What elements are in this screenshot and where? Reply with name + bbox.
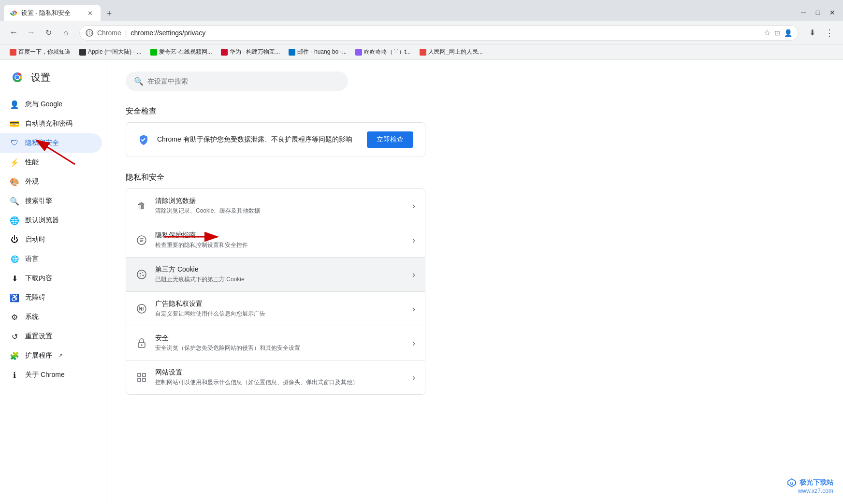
- menu-item-privacy-guide[interactable]: 隐私保护指南 检查重要的隐私控制设置和安全控件 ›: [126, 223, 425, 258]
- security-shield-icon: [138, 134, 149, 145]
- sidebar-item-autofill[interactable]: 💳 自动填充和密码: [0, 114, 102, 133]
- arrow-right-icon: ›: [412, 201, 415, 211]
- sidebar-item-language[interactable]: 🌐 语言: [0, 249, 102, 269]
- arrow-right-icon: ›: [412, 304, 415, 314]
- bookmark-chat[interactable]: 咚咚咚咚（`·´）t...: [351, 46, 415, 58]
- palette-icon: 🎨: [10, 177, 19, 187]
- download-button[interactable]: ⬇: [804, 25, 820, 41]
- security-check-title: 安全检查: [126, 106, 425, 116]
- home-button[interactable]: ⌂: [58, 25, 73, 41]
- sidebar-item-reset[interactable]: ↺ 重置设置: [0, 327, 102, 346]
- menu-item-clear-browsing[interactable]: 🗑 清除浏览数据 清除浏览记录、Cookie、缓存及其他数据 ›: [126, 189, 425, 223]
- new-tab-button[interactable]: +: [102, 7, 116, 20]
- address-protocol: Chrome: [97, 29, 121, 37]
- more-button[interactable]: ⋮: [822, 25, 837, 41]
- privacy-guide-icon: [136, 234, 147, 246]
- site-settings-icon: [136, 372, 147, 383]
- svg-rect-21: [143, 378, 145, 381]
- svg-point-14: [140, 275, 141, 276]
- sidebar-item-startup[interactable]: ⏻ 启动时: [0, 230, 102, 249]
- restore-button[interactable]: □: [811, 6, 825, 19]
- svg-point-13: [143, 275, 144, 276]
- arrow-right-icon: ›: [412, 338, 415, 348]
- menu-item-site-settings[interactable]: 网站设置 控制网站可以使用和显示什么信息（如位置信息、摄像头、弹出式窗口及其他）…: [126, 360, 425, 394]
- search-icon: 🔍: [10, 196, 19, 206]
- minimize-button[interactable]: ─: [797, 6, 810, 19]
- svg-point-11: [140, 273, 141, 274]
- svg-text:G: G: [790, 481, 793, 486]
- privacy-menu-list: 🗑 清除浏览数据 清除浏览记录、Cookie、缓存及其他数据 › 隐私保护指南: [126, 188, 425, 395]
- sidebar-item-appearance[interactable]: 🎨 外观: [0, 172, 102, 191]
- svg-point-17: [141, 345, 143, 346]
- sidebar-item-default-browser[interactable]: 🌐 默认浏览器: [0, 211, 102, 230]
- bookmark-baidu[interactable]: 百度一下，你就知道: [6, 46, 74, 58]
- svg-text:ⓘ: ⓘ: [87, 30, 92, 36]
- bookmarks-bar: 百度一下，你就知道 Apple (中国大陆) - ... 爱奇艺-在线视频网..…: [0, 44, 843, 60]
- bookmark-renmin[interactable]: 人民网_网上的人民...: [416, 46, 487, 58]
- security-check-button[interactable]: 立即检查: [367, 131, 413, 148]
- sidebar-item-google[interactable]: 👤 您与 Google: [0, 95, 102, 114]
- settings-search-input[interactable]: [147, 77, 340, 85]
- menu-item-desc: 安全浏览（保护您免受危险网站的侵害）和其他安全设置: [155, 344, 405, 352]
- menu-item-title: 清除浏览数据: [155, 197, 405, 205]
- menu-item-content: 隐私保护指南 检查重要的隐私控制设置和安全控件: [155, 231, 405, 249]
- menu-item-title: 隐私保护指南: [155, 231, 405, 240]
- sidebar-item-extensions[interactable]: 🧩 扩展程序 ↗: [0, 346, 102, 365]
- menu-item-title: 安全: [155, 334, 405, 343]
- menu-item-third-party-cookie[interactable]: 第三方 Cookie 已阻止无痕模式下的第三方 Cookie ›: [126, 258, 425, 292]
- sidebar-item-privacy[interactable]: 🛡 隐私和安全: [0, 133, 102, 153]
- profile-button[interactable]: 👤: [784, 29, 792, 37]
- reload-button[interactable]: ↻: [41, 25, 56, 41]
- menu-item-content: 网站设置 控制网站可以使用和显示什么信息（如位置信息、摄像头、弹出式窗口及其他）: [155, 368, 405, 387]
- settings-logo: 设置: [0, 66, 106, 95]
- main-content: 🔍 安全检查 Chrome 有助于保护您免受数据泄露、不良扩展程序等问题的影响 …: [106, 60, 445, 504]
- menu-item-ad-privacy[interactable]: 广告隐私权设置 自定义要让网站使用什么信息向您展示广告 ›: [126, 292, 425, 326]
- tab-favicon: [10, 9, 17, 17]
- lock-icon: [136, 337, 147, 349]
- menu-item-security[interactable]: 安全 安全浏览（保护您免受危险网站的侵害）和其他安全设置 ›: [126, 326, 425, 360]
- menu-item-content: 第三方 Cookie 已阻止无痕模式下的第三方 Cookie: [155, 265, 405, 284]
- settings-title: 设置: [31, 71, 50, 84]
- language-icon: 🌐: [10, 254, 19, 264]
- bookmark-iqiyi[interactable]: 爱奇艺-在线视频网...: [146, 46, 216, 58]
- security-check-card: Chrome 有助于保护您免受数据泄露、不良扩展程序等问题的影响 立即检查: [126, 122, 425, 157]
- watermark-url: www.xz7.com: [787, 488, 833, 494]
- menu-item-content: 广告隐私权设置 自定义要让网站使用什么信息向您展示广告: [155, 300, 405, 318]
- menu-item-title: 第三方 Cookie: [155, 265, 405, 274]
- address-bar[interactable]: ⓘ Chrome | chrome://settings/privacy ☆ ⊡…: [79, 25, 799, 41]
- puzzle-icon: 🧩: [10, 351, 19, 360]
- menu-item-desc: 检查重要的隐私控制设置和安全控件: [155, 241, 405, 249]
- system-icon: ⚙: [10, 312, 19, 322]
- sidebar-item-search[interactable]: 🔍 搜索引擎: [0, 191, 102, 211]
- chrome-logo-icon: [10, 70, 25, 85]
- bookmark-huawei[interactable]: 华为 - 构建万物互...: [217, 46, 284, 58]
- tab-close-icon[interactable]: ✕: [86, 9, 95, 18]
- extensions-button[interactable]: ⊡: [774, 29, 780, 37]
- svg-rect-18: [138, 374, 141, 376]
- sidebar-item-accessibility[interactable]: ♿ 无障碍: [0, 288, 102, 307]
- bookmark-apple[interactable]: Apple (中国大陆) - ...: [75, 46, 145, 58]
- privacy-section-title: 隐私和安全: [126, 173, 425, 183]
- security-check-section: 安全检查 Chrome 有助于保护您免受数据泄露、不良扩展程序等问题的影响 立即…: [126, 106, 425, 157]
- search-bar-icon: 🔍: [134, 77, 144, 86]
- close-button[interactable]: ✕: [826, 6, 839, 19]
- power-icon: ⏻: [10, 235, 19, 245]
- sidebar-item-performance[interactable]: ⚡ 性能: [0, 153, 102, 172]
- sidebar-item-download[interactable]: ⬇ 下载内容: [0, 269, 102, 288]
- watermark-logo: 极光下载站: [799, 478, 833, 487]
- globe-icon: 🌐: [10, 216, 19, 225]
- settings-search-bar[interactable]: 🔍: [126, 72, 348, 91]
- svg-point-10: [137, 270, 146, 279]
- svg-point-12: [142, 272, 143, 273]
- bookmark-star-button[interactable]: ☆: [764, 28, 770, 37]
- arrow-right-icon: ›: [412, 235, 415, 245]
- sidebar-item-system[interactable]: ⚙ 系统: [0, 307, 102, 327]
- back-button[interactable]: ←: [6, 25, 21, 41]
- bookmark-outlook[interactable]: 邮件 - huang bo -...: [285, 46, 350, 58]
- external-link-icon: ↗: [58, 352, 63, 359]
- reset-icon: ↺: [10, 331, 19, 341]
- menu-item-title: 网站设置: [155, 368, 405, 377]
- active-tab[interactable]: 设置 - 隐私和安全 ✕: [4, 5, 101, 21]
- sidebar-item-about[interactable]: ℹ 关于 Chrome: [0, 365, 102, 385]
- forward-button[interactable]: →: [23, 25, 39, 41]
